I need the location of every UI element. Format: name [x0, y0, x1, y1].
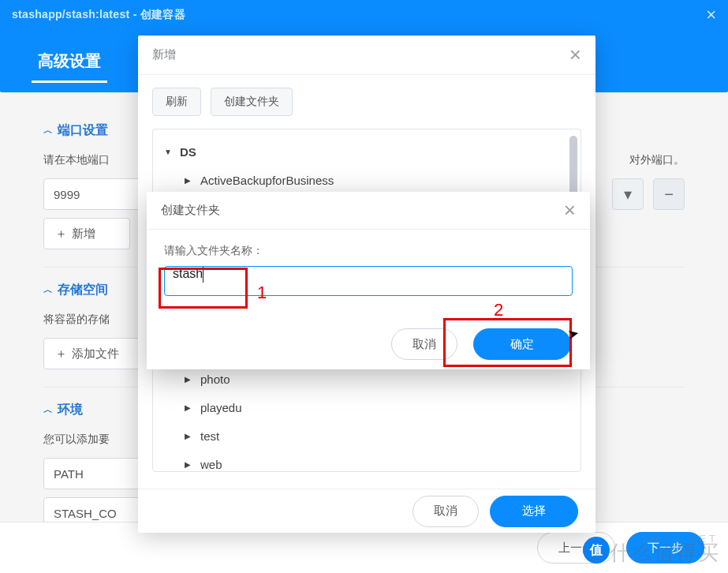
close-icon[interactable]: × — [706, 5, 716, 25]
chevron-up-icon: ︿ — [43, 124, 53, 137]
close-icon[interactable]: × — [564, 198, 576, 223]
remove-button[interactable]: − — [653, 178, 685, 210]
refresh-button[interactable]: 刷新 — [152, 88, 201, 116]
select-button[interactable]: 选择 — [490, 496, 578, 527]
chevron-up-icon: ︿ — [43, 283, 53, 297]
tree-item[interactable]: ▶test — [159, 421, 574, 450]
triangle-down-icon: ▼ — [164, 148, 174, 156]
triangle-right-icon: ▶ — [185, 432, 194, 440]
folder-name-label: 请输入文件夹名称： — [164, 244, 573, 258]
triangle-right-icon: ▶ — [185, 460, 194, 469]
create-folder-title: 创建文件夹 — [161, 203, 220, 218]
triangle-right-icon: ▶ — [185, 403, 194, 412]
folder-name-value: stash — [173, 267, 203, 280]
ok-button[interactable]: 确定 — [473, 328, 571, 360]
window-titlebar: stashapp/stash:latest - 创建容器 × — [0, 0, 728, 29]
add-port-label: 新增 — [72, 227, 95, 242]
tree-item[interactable]: ▶ActiveBackupforBusiness — [159, 166, 574, 194]
tab-advanced-settings[interactable]: 高级设置 — [32, 39, 107, 83]
add-file-label: 添加文件 — [72, 346, 119, 361]
section-port-title: 端口设置 — [58, 122, 108, 139]
tree-root[interactable]: ▼ DS — [159, 137, 574, 166]
create-folder-modal: 创建文件夹 × 请输入文件夹名称： stash 取消 确定 — [147, 192, 590, 369]
add-file-button[interactable]: ＋ 添加文件 — [43, 338, 146, 369]
close-icon[interactable]: × — [569, 43, 581, 67]
cancel-button[interactable]: 取消 — [391, 328, 457, 360]
port-help-prefix: 请在本地端口 — [43, 153, 110, 167]
plus-icon: ＋ — [55, 346, 67, 361]
watermark-badge: 值 — [583, 537, 610, 564]
section-env-title: 环境 — [58, 402, 83, 418]
section-storage-title: 存储空间 — [58, 282, 108, 298]
minus-icon: − — [664, 185, 674, 204]
chevron-up-icon: ︿ — [43, 403, 53, 417]
text-caret — [203, 267, 203, 283]
dropdown-button[interactable]: ▾ — [612, 178, 644, 210]
tree-root-label: DS — [180, 145, 196, 159]
folder-browser-title: 新增 — [152, 47, 176, 62]
triangle-right-icon: ▶ — [185, 375, 194, 384]
add-port-button[interactable]: ＋ 新增 — [43, 218, 130, 249]
plus-icon: ＋ — [55, 227, 67, 242]
chevron-down-icon: ▾ — [624, 185, 632, 204]
folder-name-input[interactable]: stash — [164, 266, 573, 296]
create-folder-button[interactable]: 创建文件夹 — [211, 88, 293, 116]
triangle-right-icon: ▶ — [185, 176, 194, 185]
tree-item[interactable]: ▶playedu — [159, 393, 574, 421]
window-title: stashapp/stash:latest - 创建容器 — [12, 8, 185, 22]
watermark-large: 什么值得买 — [610, 539, 720, 567]
cancel-button[interactable]: 取消 — [413, 496, 479, 527]
tree-item[interactable]: ▶web — [159, 450, 574, 472]
port-help-suffix: 对外端口。 — [629, 153, 685, 167]
